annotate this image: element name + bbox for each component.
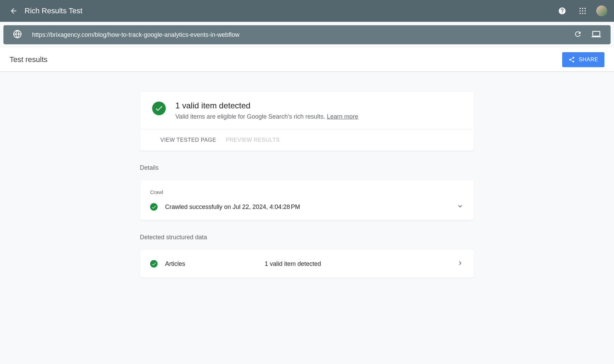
check-icon bbox=[152, 102, 166, 115]
url-actions bbox=[574, 29, 601, 40]
svg-point-0 bbox=[580, 8, 581, 9]
svg-point-8 bbox=[585, 13, 586, 14]
view-tested-page-button[interactable]: VIEW TESTED PAGE bbox=[160, 137, 216, 143]
url-bar: https://brixagency.com/blog/how-to-track… bbox=[3, 25, 611, 44]
share-button[interactable]: SHARE bbox=[562, 52, 604, 67]
subheader: Test results SHARE bbox=[0, 48, 614, 72]
crawl-card: Crawl Crawled successfully on Jul 22, 20… bbox=[140, 180, 474, 220]
share-button-label: SHARE bbox=[579, 57, 598, 63]
device-toggle-icon[interactable] bbox=[591, 29, 601, 40]
details-section-label: Details bbox=[140, 164, 474, 171]
globe-icon bbox=[13, 30, 22, 40]
summary-title: 1 valid item detected bbox=[175, 101, 358, 110]
structured-data-row[interactable]: Articles 1 valid item detected bbox=[150, 259, 464, 269]
main-content: 1 valid item detected Valid items are el… bbox=[133, 72, 481, 291]
avatar[interactable] bbox=[596, 5, 607, 16]
check-icon bbox=[150, 260, 158, 268]
structured-data-card: Articles 1 valid item detected bbox=[140, 250, 474, 278]
page-title: Test results bbox=[10, 55, 47, 64]
url-input[interactable]: https://brixagency.com/blog/how-to-track… bbox=[32, 31, 574, 39]
check-icon bbox=[150, 203, 158, 211]
svg-point-2 bbox=[585, 8, 586, 9]
svg-point-7 bbox=[582, 13, 583, 14]
svg-point-4 bbox=[582, 10, 583, 12]
summary-actions: VIEW TESTED PAGE PREVIEW RESULTS bbox=[140, 129, 474, 151]
header-actions bbox=[555, 4, 607, 18]
structured-item-status: 1 valid item detected bbox=[265, 260, 449, 268]
svg-point-1 bbox=[582, 8, 583, 9]
apps-grid-icon[interactable] bbox=[576, 4, 589, 18]
crawl-label: Crawl bbox=[150, 189, 464, 195]
summary-card: 1 valid item detected Valid items are el… bbox=[140, 92, 474, 151]
help-icon[interactable] bbox=[555, 4, 569, 18]
back-arrow-icon[interactable] bbox=[7, 4, 20, 18]
svg-point-3 bbox=[580, 10, 581, 12]
preview-results-button: PREVIEW RESULTS bbox=[226, 137, 280, 143]
summary-text: 1 valid item detected Valid items are el… bbox=[175, 101, 358, 120]
svg-point-6 bbox=[580, 13, 581, 14]
chevron-down-icon bbox=[456, 202, 464, 211]
summary-subtitle: Valid items are eligible for Google Sear… bbox=[175, 113, 358, 120]
crawl-status-text: Crawled successfully on Jul 22, 2024, 4:… bbox=[165, 203, 449, 211]
refresh-icon[interactable] bbox=[574, 30, 582, 40]
structured-data-section-label: Detected structured data bbox=[140, 234, 474, 241]
learn-more-link[interactable]: Learn more bbox=[327, 113, 358, 120]
structured-item-name: Articles bbox=[165, 260, 257, 268]
chevron-right-icon bbox=[456, 259, 464, 268]
svg-point-5 bbox=[585, 10, 586, 12]
app-title: Rich Results Test bbox=[25, 6, 555, 15]
app-header: Rich Results Test bbox=[0, 0, 614, 22]
summary-top: 1 valid item detected Valid items are el… bbox=[152, 101, 462, 129]
crawl-row[interactable]: Crawled successfully on Jul 22, 2024, 4:… bbox=[150, 202, 464, 211]
